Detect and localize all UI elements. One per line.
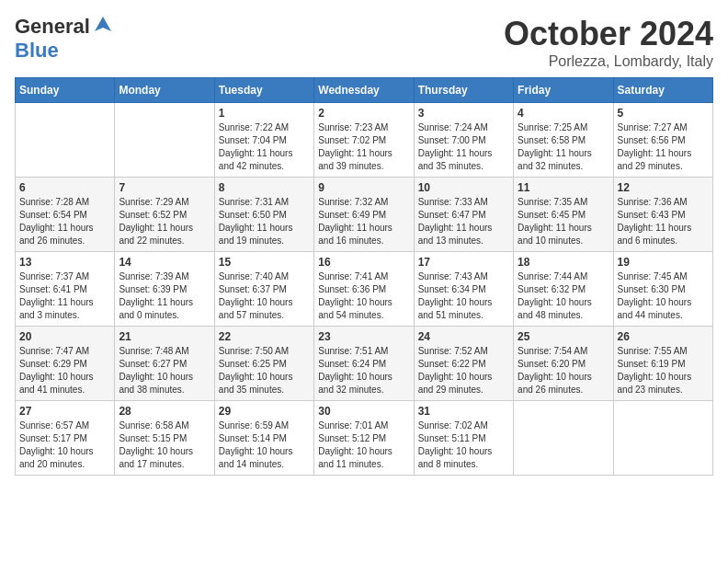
cell-content: Sunrise: 7:32 AM Sunset: 6:49 PM Dayligh… — [318, 196, 409, 247]
calendar-week-row: 6Sunrise: 7:28 AM Sunset: 6:54 PM Daylig… — [16, 178, 713, 252]
day-number: 23 — [318, 330, 409, 343]
cell-content: Sunrise: 7:24 AM Sunset: 7:00 PM Dayligh… — [418, 121, 509, 173]
day-number: 14 — [119, 256, 210, 269]
calendar-body: 1Sunrise: 7:22 AM Sunset: 7:04 PM Daylig… — [16, 103, 713, 476]
calendar-cell: 20Sunrise: 7:47 AM Sunset: 6:29 PM Dayli… — [16, 327, 115, 401]
page-header: General Blue October 2024 Porlezza, Lomb… — [15, 15, 713, 70]
cell-content: Sunrise: 7:25 AM Sunset: 6:58 PM Dayligh… — [518, 121, 609, 173]
cell-content: Sunrise: 7:29 AM Sunset: 6:52 PM Dayligh… — [119, 196, 210, 247]
calendar-cell: 5Sunrise: 7:27 AM Sunset: 6:56 PM Daylig… — [613, 103, 712, 178]
calendar-cell: 16Sunrise: 7:41 AM Sunset: 6:36 PM Dayli… — [314, 252, 414, 327]
calendar-week-row: 1Sunrise: 7:22 AM Sunset: 7:04 PM Daylig… — [16, 103, 713, 178]
calendar-cell: 7Sunrise: 7:29 AM Sunset: 6:52 PM Daylig… — [115, 178, 214, 252]
calendar-cell: 12Sunrise: 7:36 AM Sunset: 6:43 PM Dayli… — [613, 178, 712, 252]
cell-content: Sunrise: 7:36 AM Sunset: 6:43 PM Dayligh… — [618, 196, 709, 247]
cell-content: Sunrise: 7:31 AM Sunset: 6:50 PM Dayligh… — [219, 196, 310, 247]
calendar-week-row: 13Sunrise: 7:37 AM Sunset: 6:41 PM Dayli… — [16, 252, 713, 327]
cell-content: Sunrise: 7:47 AM Sunset: 6:29 PM Dayligh… — [19, 345, 110, 396]
calendar-table: SundayMondayTuesdayWednesdayThursdayFrid… — [15, 77, 713, 476]
cell-content: Sunrise: 7:27 AM Sunset: 6:56 PM Dayligh… — [618, 121, 709, 173]
calendar-cell: 14Sunrise: 7:39 AM Sunset: 6:39 PM Dayli… — [115, 252, 214, 327]
calendar-cell: 8Sunrise: 7:31 AM Sunset: 6:50 PM Daylig… — [214, 178, 313, 252]
cell-content: Sunrise: 7:50 AM Sunset: 6:25 PM Dayligh… — [219, 345, 310, 396]
calendar-day-header: Monday — [115, 78, 214, 103]
calendar-day-header: Thursday — [414, 78, 513, 103]
calendar-cell: 25Sunrise: 7:54 AM Sunset: 6:20 PM Dayli… — [514, 327, 613, 401]
day-number: 15 — [219, 256, 310, 269]
location: Porlezza, Lombardy, Italy — [504, 53, 713, 70]
calendar-cell: 1Sunrise: 7:22 AM Sunset: 7:04 PM Daylig… — [214, 103, 313, 178]
calendar-cell: 28Sunrise: 6:58 AM Sunset: 5:15 PM Dayli… — [115, 401, 214, 476]
calendar-day-header: Friday — [514, 78, 613, 103]
cell-content: Sunrise: 7:37 AM Sunset: 6:41 PM Dayligh… — [19, 270, 110, 322]
day-number: 13 — [19, 256, 110, 269]
calendar-cell: 15Sunrise: 7:40 AM Sunset: 6:37 PM Dayli… — [214, 252, 313, 327]
calendar-cell: 2Sunrise: 7:23 AM Sunset: 7:02 PM Daylig… — [314, 103, 414, 178]
day-number: 5 — [618, 107, 709, 120]
calendar-cell: 11Sunrise: 7:35 AM Sunset: 6:45 PM Dayli… — [514, 178, 613, 252]
calendar-cell: 27Sunrise: 6:57 AM Sunset: 5:17 PM Dayli… — [16, 401, 115, 476]
calendar-cell: 18Sunrise: 7:44 AM Sunset: 6:32 PM Dayli… — [514, 252, 613, 327]
cell-content: Sunrise: 7:51 AM Sunset: 6:24 PM Dayligh… — [318, 345, 409, 396]
logo-general: General — [15, 15, 90, 39]
calendar-day-header: Wednesday — [314, 78, 414, 103]
cell-content: Sunrise: 7:01 AM Sunset: 5:12 PM Dayligh… — [318, 419, 409, 471]
day-number: 31 — [418, 405, 509, 418]
calendar-cell: 19Sunrise: 7:45 AM Sunset: 6:30 PM Dayli… — [613, 252, 712, 327]
day-number: 3 — [418, 107, 509, 120]
calendar-cell: 3Sunrise: 7:24 AM Sunset: 7:00 PM Daylig… — [414, 103, 513, 178]
logo-bird-icon — [93, 15, 113, 39]
day-number: 27 — [19, 405, 110, 418]
day-number: 10 — [418, 181, 509, 194]
calendar-cell — [613, 401, 712, 476]
calendar-cell — [514, 401, 613, 476]
calendar-cell: 9Sunrise: 7:32 AM Sunset: 6:49 PM Daylig… — [314, 178, 414, 252]
calendar-week-row: 20Sunrise: 7:47 AM Sunset: 6:29 PM Dayli… — [16, 327, 713, 401]
day-number: 26 — [618, 330, 709, 343]
cell-content: Sunrise: 7:45 AM Sunset: 6:30 PM Dayligh… — [618, 270, 709, 322]
day-number: 8 — [219, 181, 310, 194]
calendar-cell: 26Sunrise: 7:55 AM Sunset: 6:19 PM Dayli… — [613, 327, 712, 401]
day-number: 18 — [518, 256, 609, 269]
month-title: October 2024 — [504, 15, 713, 53]
day-number: 6 — [19, 181, 110, 194]
cell-content: Sunrise: 7:55 AM Sunset: 6:19 PM Dayligh… — [618, 345, 709, 396]
day-number: 12 — [618, 181, 709, 194]
day-number: 29 — [219, 405, 310, 418]
cell-content: Sunrise: 7:54 AM Sunset: 6:20 PM Dayligh… — [518, 345, 609, 396]
calendar-cell: 30Sunrise: 7:01 AM Sunset: 5:12 PM Dayli… — [314, 401, 414, 476]
day-number: 28 — [119, 405, 210, 418]
calendar-header-row: SundayMondayTuesdayWednesdayThursdayFrid… — [16, 78, 713, 103]
calendar-day-header: Sunday — [16, 78, 115, 103]
cell-content: Sunrise: 7:48 AM Sunset: 6:27 PM Dayligh… — [119, 345, 210, 396]
day-number: 1 — [219, 107, 310, 120]
cell-content: Sunrise: 7:41 AM Sunset: 6:36 PM Dayligh… — [318, 270, 409, 322]
calendar-cell: 29Sunrise: 6:59 AM Sunset: 5:14 PM Dayli… — [214, 401, 313, 476]
day-number: 11 — [518, 181, 609, 194]
calendar-cell: 22Sunrise: 7:50 AM Sunset: 6:25 PM Dayli… — [214, 327, 313, 401]
calendar-cell: 4Sunrise: 7:25 AM Sunset: 6:58 PM Daylig… — [514, 103, 613, 178]
cell-content: Sunrise: 7:44 AM Sunset: 6:32 PM Dayligh… — [518, 270, 609, 322]
cell-content: Sunrise: 7:33 AM Sunset: 6:47 PM Dayligh… — [418, 196, 509, 247]
day-number: 25 — [518, 330, 609, 343]
cell-content: Sunrise: 7:52 AM Sunset: 6:22 PM Dayligh… — [418, 345, 509, 396]
title-area: October 2024 Porlezza, Lombardy, Italy — [504, 15, 713, 70]
day-number: 4 — [518, 107, 609, 120]
cell-content: Sunrise: 7:39 AM Sunset: 6:39 PM Dayligh… — [119, 270, 210, 322]
cell-content: Sunrise: 7:22 AM Sunset: 7:04 PM Dayligh… — [219, 121, 310, 173]
logo: General Blue — [15, 15, 113, 63]
day-number: 17 — [418, 256, 509, 269]
day-number: 9 — [318, 181, 409, 194]
cell-content: Sunrise: 7:40 AM Sunset: 6:37 PM Dayligh… — [219, 270, 310, 322]
cell-content: Sunrise: 7:23 AM Sunset: 7:02 PM Dayligh… — [318, 121, 409, 173]
logo-blue: Blue — [15, 39, 59, 62]
svg-marker-0 — [95, 17, 111, 31]
day-number: 22 — [219, 330, 310, 343]
calendar-cell: 24Sunrise: 7:52 AM Sunset: 6:22 PM Dayli… — [414, 327, 513, 401]
cell-content: Sunrise: 7:28 AM Sunset: 6:54 PM Dayligh… — [19, 196, 110, 247]
calendar-cell: 21Sunrise: 7:48 AM Sunset: 6:27 PM Dayli… — [115, 327, 214, 401]
calendar-day-header: Tuesday — [214, 78, 313, 103]
calendar-cell: 23Sunrise: 7:51 AM Sunset: 6:24 PM Dayli… — [314, 327, 414, 401]
cell-content: Sunrise: 7:02 AM Sunset: 5:11 PM Dayligh… — [418, 419, 509, 471]
calendar-cell: 13Sunrise: 7:37 AM Sunset: 6:41 PM Dayli… — [16, 252, 115, 327]
